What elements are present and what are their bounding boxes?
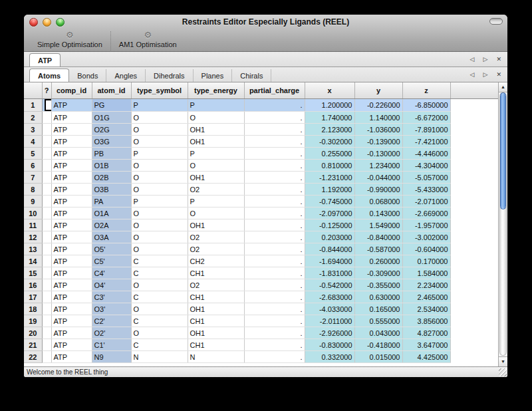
- table-row[interactable]: 15ATPC4'CCH1.-1.831000-0.3090001.584000: [24, 267, 498, 279]
- question-checkbox[interactable]: [45, 99, 52, 111]
- partial-charge-cell[interactable]: .: [244, 255, 305, 267]
- question-cell[interactable]: [42, 267, 51, 279]
- scrollbar-thumb[interactable]: [500, 92, 506, 209]
- y-cell[interactable]: 0.630000: [354, 291, 402, 303]
- y-cell[interactable]: 1.549000: [354, 219, 402, 231]
- row-number[interactable]: 22: [24, 351, 42, 363]
- type-energy-cell[interactable]: O2: [188, 279, 244, 291]
- type-energy-cell[interactable]: OH1: [188, 136, 244, 148]
- table-row[interactable]: 5ATPPBPP.0.255000-0.130000-4.446000: [24, 148, 498, 160]
- type-symbol-cell[interactable]: O: [131, 207, 188, 219]
- column-header-y[interactable]: y: [354, 82, 402, 99]
- z-cell[interactable]: -3.002000: [402, 231, 450, 243]
- comp-id-cell[interactable]: ATP: [51, 231, 92, 243]
- comp-id-cell[interactable]: ATP: [51, 219, 92, 231]
- z-cell[interactable]: 3.856000: [402, 315, 450, 327]
- y-cell[interactable]: -0.309000: [354, 267, 402, 279]
- z-cell[interactable]: 0.170000: [402, 255, 450, 267]
- type-symbol-cell[interactable]: O: [131, 184, 188, 196]
- z-cell[interactable]: -4.446000: [402, 148, 450, 160]
- row-number[interactable]: 6: [24, 160, 42, 172]
- type-symbol-cell[interactable]: P: [131, 196, 188, 207]
- question-cell[interactable]: [42, 255, 51, 267]
- table-row[interactable]: 9ATPPAPP.-0.7450000.068000-2.071000: [24, 196, 498, 207]
- x-cell[interactable]: -4.033000: [305, 303, 354, 315]
- type-energy-cell[interactable]: P: [188, 196, 244, 207]
- x-cell[interactable]: -0.302000: [305, 136, 354, 148]
- x-cell[interactable]: -2.011000: [305, 315, 354, 327]
- type-energy-cell[interactable]: CH1: [188, 267, 244, 279]
- table-row[interactable]: 3ATPO2GOOH1.2.123000-1.036000-7.891000: [24, 124, 498, 136]
- y-cell[interactable]: -0.355000: [354, 279, 402, 291]
- scroll-down-icon[interactable]: ▼: [499, 356, 507, 366]
- table-row[interactable]: 7ATPO2BOOH1.-1.231000-0.044000-5.057000: [24, 172, 498, 184]
- comp-id-cell[interactable]: ATP: [51, 303, 92, 315]
- type-symbol-cell[interactable]: O: [131, 219, 188, 231]
- type-symbol-cell[interactable]: O: [131, 303, 188, 315]
- titlebar[interactable]: Restraints Editor Especially Ligands (RE…: [24, 15, 507, 29]
- z-cell[interactable]: -4.304000: [402, 160, 450, 172]
- type-energy-cell[interactable]: OH1: [188, 327, 244, 339]
- table-row[interactable]: 4ATPO3GOOH1.-0.302000-0.139000-7.421000: [24, 136, 498, 148]
- row-number[interactable]: 10: [24, 207, 42, 219]
- type-symbol-cell[interactable]: C: [131, 267, 188, 279]
- atom-id-cell[interactable]: O3A: [92, 231, 131, 243]
- z-cell[interactable]: -1.957000: [402, 219, 450, 231]
- z-cell[interactable]: -6.850000: [402, 99, 450, 112]
- z-cell[interactable]: -7.421000: [402, 136, 450, 148]
- column-header-type-symbol[interactable]: type_symbol: [131, 82, 188, 99]
- question-cell[interactable]: [42, 339, 51, 351]
- type-symbol-cell[interactable]: O: [131, 112, 188, 124]
- y-cell[interactable]: -0.840000: [354, 231, 402, 243]
- type-energy-cell[interactable]: OH1: [188, 124, 244, 136]
- y-cell[interactable]: -0.130000: [354, 148, 402, 160]
- resize-grip-icon[interactable]: [499, 368, 507, 376]
- tab-scroll-right-icon[interactable]: ▷: [483, 71, 488, 78]
- table-row[interactable]: 18ATPO3'OOH1.-4.0330000.1650002.534000: [24, 303, 498, 315]
- column-header-partial-charge[interactable]: partial_charge: [244, 82, 305, 99]
- z-cell[interactable]: 2.234000: [402, 279, 450, 291]
- comp-id-cell[interactable]: ATP: [51, 160, 92, 172]
- tab-bonds[interactable]: Bonds: [69, 69, 106, 82]
- row-number[interactable]: 16: [24, 279, 42, 291]
- column-header-comp-id[interactable]: comp_id: [51, 82, 92, 99]
- row-number[interactable]: 1: [24, 99, 42, 112]
- row-number[interactable]: 8: [24, 184, 42, 196]
- tab-close-icon[interactable]: ✕: [496, 71, 501, 78]
- atom-id-cell[interactable]: O5': [92, 243, 131, 255]
- partial-charge-cell[interactable]: .: [244, 351, 305, 363]
- x-cell[interactable]: 0.332000: [305, 351, 354, 363]
- comp-id-cell[interactable]: ATP: [51, 291, 92, 303]
- x-cell[interactable]: -2.926000: [305, 327, 354, 339]
- row-number[interactable]: 5: [24, 148, 42, 160]
- row-number[interactable]: 13: [24, 243, 42, 255]
- comp-id-cell[interactable]: ATP: [51, 315, 92, 327]
- question-cell[interactable]: [42, 315, 51, 327]
- type-energy-cell[interactable]: N: [188, 351, 244, 363]
- table-row[interactable]: 10ATPO1AOO.-2.0970000.143000-2.669000: [24, 207, 498, 219]
- y-cell[interactable]: 0.555000: [354, 315, 402, 327]
- atom-id-cell[interactable]: O3G: [92, 136, 131, 148]
- scrollbar-track[interactable]: [499, 92, 507, 356]
- type-symbol-cell[interactable]: N: [131, 351, 188, 363]
- z-cell[interactable]: 2.465000: [402, 291, 450, 303]
- partial-charge-cell[interactable]: .: [244, 327, 305, 339]
- z-cell[interactable]: 4.425000: [402, 351, 450, 363]
- tab-scroll-left-icon[interactable]: ◁: [470, 56, 475, 63]
- tab-atoms[interactable]: Atoms: [29, 68, 69, 82]
- partial-charge-cell[interactable]: .: [244, 267, 305, 279]
- row-number[interactable]: 15: [24, 267, 42, 279]
- type-symbol-cell[interactable]: O: [131, 124, 188, 136]
- comp-id-cell[interactable]: ATP: [51, 267, 92, 279]
- type-energy-cell[interactable]: CH1: [188, 339, 244, 351]
- atom-id-cell[interactable]: PB: [92, 148, 131, 160]
- comp-id-cell[interactable]: ATP: [51, 99, 92, 112]
- tab-chirals[interactable]: Chirals: [232, 69, 271, 82]
- question-cell[interactable]: [42, 184, 51, 196]
- comp-id-cell[interactable]: ATP: [51, 279, 92, 291]
- question-cell[interactable]: [42, 243, 51, 255]
- x-cell[interactable]: -0.745000: [305, 196, 354, 207]
- comp-id-cell[interactable]: ATP: [51, 327, 92, 339]
- comp-id-cell[interactable]: ATP: [51, 207, 92, 219]
- y-cell[interactable]: 0.260000: [354, 255, 402, 267]
